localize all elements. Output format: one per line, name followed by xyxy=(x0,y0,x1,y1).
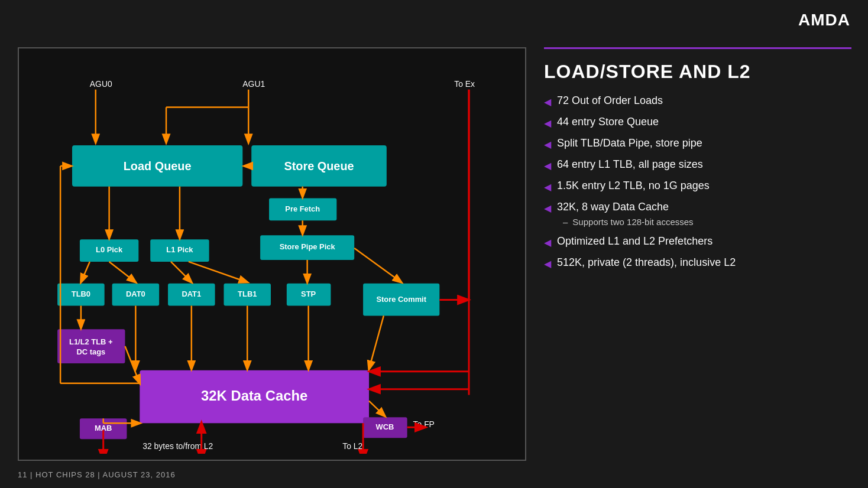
content-divider xyxy=(544,47,851,49)
sub-bullet-item: Supports two 128-bit accesses xyxy=(563,217,694,227)
l1l2tlb-label1: L1/L2 TLB + xyxy=(69,337,113,346)
svg-line-14 xyxy=(354,248,401,282)
store-queue-label: Store Queue xyxy=(284,160,354,173)
bullet-icon: ◀ xyxy=(544,139,551,150)
svg-line-12 xyxy=(189,262,247,282)
bullet-text: Split TLB/Data Pipe, store pipe xyxy=(557,137,702,149)
dat1-label: DAT1 xyxy=(182,289,201,298)
bullet-item: ◀Optimized L1 and L2 Prefetchers xyxy=(544,235,851,248)
store-commit-label: Store Commit xyxy=(376,295,426,304)
svg-line-16 xyxy=(125,346,140,383)
bullet-icon: ◀ xyxy=(544,96,551,108)
bullet-text: 32K, 8 way Data CacheSupports two 128-bi… xyxy=(557,201,694,227)
prefetch-label: Pre Fetch xyxy=(285,204,320,213)
svg-line-10 xyxy=(109,262,136,282)
bullet-icon: ◀ xyxy=(544,181,551,193)
bullet-icon: ◀ xyxy=(544,258,551,269)
svg-line-21 xyxy=(369,315,384,369)
bullet-text: 1.5K entry L2 TLB, no 1G pages xyxy=(557,180,710,192)
bullet-text: 512K, private (2 threads), inclusive L2 xyxy=(557,256,736,269)
bullet-item: ◀Split TLB/Data Pipe, store pipe xyxy=(544,137,851,150)
l0pick-label: L0 Pick xyxy=(96,245,123,254)
agu1-label: AGU1 xyxy=(242,79,265,89)
stp-label: STP xyxy=(301,289,316,298)
load-queue-label: Load Queue xyxy=(124,160,192,173)
bullet-item: ◀72 Out of Order Loads xyxy=(544,95,851,108)
bullet-item: ◀44 entry Store Queue xyxy=(544,116,851,129)
bullet-item: ◀32K, 8 way Data CacheSupports two 128-b… xyxy=(544,201,851,227)
toex-label: To Ex xyxy=(454,79,475,89)
architecture-diagram: AGU0 AGU1 To Ex Load Queue Store Queue P… xyxy=(25,54,519,454)
content-title: LOAD/STORE AND L2 xyxy=(544,61,851,83)
footer-text: 11 | HOT CHIPS 28 | AUGUST 23, 2016 xyxy=(18,470,176,479)
bullet-icon: ◀ xyxy=(544,203,551,214)
diagram-area: AGU0 AGU1 To Ex Load Queue Store Queue P… xyxy=(18,47,526,461)
bullet-icon: ◀ xyxy=(544,237,551,248)
bullet-text: 44 entry Store Queue xyxy=(557,116,659,128)
bullet-item: ◀512K, private (2 threads), inclusive L2 xyxy=(544,256,851,269)
svg-line-9 xyxy=(81,262,90,282)
bullet-item: ◀64 entry L1 TLB, all page sizes xyxy=(544,158,851,171)
l2bytes-label: 32 bytes to/from L2 xyxy=(142,441,213,451)
store-pipe-pick-label: Store Pipe Pick xyxy=(280,242,336,251)
l1l2tlb-box xyxy=(57,329,125,363)
svg-line-27 xyxy=(369,401,385,417)
content-area: LOAD/STORE AND L2 ◀72 Out of Order Loads… xyxy=(544,47,851,278)
l1l2tlb-label2: DC tags xyxy=(76,347,105,356)
agu0-label: AGU0 xyxy=(90,79,112,89)
bullet-icon: ◀ xyxy=(544,160,551,171)
wcb-label: WCB xyxy=(375,422,394,431)
tlb1-label: TLB1 xyxy=(238,289,257,298)
bullet-item: ◀1.5K entry L2 TLB, no 1G pages xyxy=(544,180,851,193)
amd-logo: AMDA xyxy=(798,11,850,30)
svg-line-11 xyxy=(171,262,192,282)
l1pick-label: L1 Pick xyxy=(166,245,193,254)
tol2-label: To L2 xyxy=(342,441,362,451)
bullet-list: ◀72 Out of Order Loads◀44 entry Store Qu… xyxy=(544,95,851,269)
footer: 11 | HOT CHIPS 28 | AUGUST 23, 2016 xyxy=(18,470,176,479)
bullet-text: 64 entry L1 TLB, all page sizes xyxy=(557,158,703,171)
bullet-icon: ◀ xyxy=(544,118,551,129)
bullet-text: 72 Out of Order Loads xyxy=(557,95,663,107)
dat0-label: DAT0 xyxy=(126,289,145,298)
data-cache-label: 32K Data Cache xyxy=(201,388,307,404)
tlb0-label: TLB0 xyxy=(72,289,90,298)
bullet-text: Optimized L1 and L2 Prefetchers xyxy=(557,235,712,248)
